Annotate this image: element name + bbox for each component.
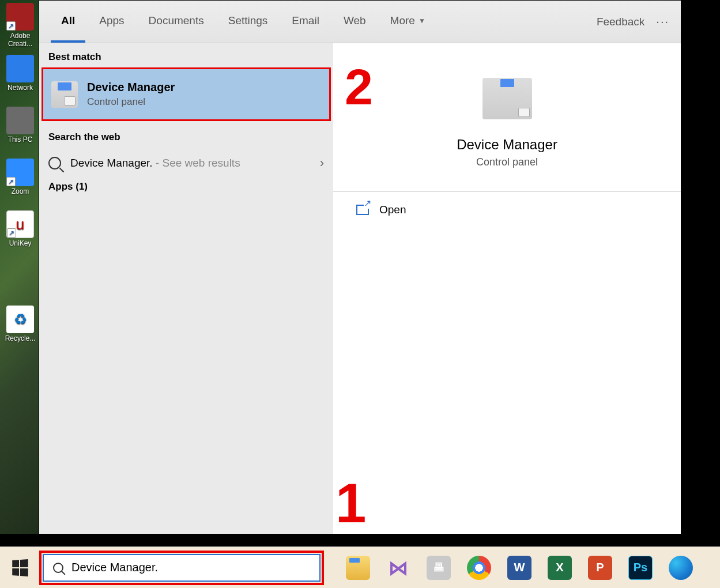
web-result-item[interactable]: Device Manager. - See web results › <box>39 148 333 179</box>
taskbar: ⋈ 🖶 W X P Ps <box>0 546 720 588</box>
search-box-highlight <box>39 551 324 585</box>
tab-email[interactable]: Email <box>281 1 330 43</box>
tab-label: Documents <box>149 14 204 27</box>
tab-label: More <box>390 14 415 27</box>
detail-column: Device Manager Control panel Open <box>333 43 681 534</box>
search-input[interactable] <box>71 561 310 574</box>
desktop-icon-thispc[interactable]: This PC <box>3 107 37 153</box>
tab-label: All <box>61 14 75 27</box>
detail-subtitle: Control panel <box>476 156 538 168</box>
chevron-right-icon[interactable]: › <box>320 156 324 171</box>
file-explorer-icon[interactable] <box>346 556 370 580</box>
shortcut-arrow-icon: ↗ <box>7 228 16 238</box>
desktop-icon-unikey[interactable]: u↗ UniKey <box>3 210 37 257</box>
desktop-icon-label: This PC <box>8 135 33 144</box>
unikey-icon: u↗ <box>6 210 34 238</box>
open-icon <box>356 205 369 215</box>
result-title: Device Manager <box>87 81 175 94</box>
tabs-left: All Apps Documents Settings Email Web Mo… <box>51 1 436 43</box>
taskbar-pinned-apps: ⋈ 🖶 W X P Ps <box>346 556 693 580</box>
windows-logo-icon <box>12 559 28 576</box>
chrome-icon[interactable] <box>467 556 491 580</box>
result-subtitle: Control panel <box>87 96 175 108</box>
visual-studio-icon[interactable]: ⋈ <box>386 556 410 580</box>
more-options-button[interactable]: ··· <box>656 15 669 28</box>
results-column: Best match Device Manager Control panel … <box>39 43 333 534</box>
desktop-icon-zoom[interactable]: ↗ Zoom <box>3 159 37 205</box>
search-icon <box>48 157 61 169</box>
filter-tabs: All Apps Documents Settings Email Web Mo… <box>39 1 681 43</box>
tab-apps[interactable]: Apps <box>89 1 134 43</box>
open-action[interactable]: Open <box>333 192 681 228</box>
detail-title: Device Manager <box>457 137 557 153</box>
desktop-icon-label: Recycle... <box>5 334 36 342</box>
tab-more[interactable]: More▼ <box>380 1 436 43</box>
desktop-icon-recycle[interactable]: ♻ Recycle... <box>3 306 37 352</box>
tab-all[interactable]: All <box>51 1 85 43</box>
tab-documents[interactable]: Documents <box>138 1 214 43</box>
tab-label: Settings <box>228 14 268 27</box>
tab-label: Apps <box>99 14 124 27</box>
tab-web[interactable]: Web <box>333 1 376 43</box>
annotation-2: 2 <box>345 58 373 116</box>
device-manager-icon-large <box>482 78 532 119</box>
zoom-icon: ↗ <box>6 159 34 186</box>
tabs-right: Feedback ··· <box>597 15 669 28</box>
desktop-icon-label: Adobe Creati... <box>8 32 32 48</box>
photoshop-icon[interactable]: Ps <box>628 556 653 580</box>
word-icon[interactable]: W <box>507 556 531 580</box>
adobe-icon: ↗ <box>6 3 34 31</box>
desktop-wallpaper: ↗ Adobe Creati... Network This PC ↗ Zoom… <box>0 0 40 534</box>
device-manager-icon <box>51 81 78 108</box>
desktop-icon-adobe[interactable]: ↗ Adobe Creati... <box>3 3 37 49</box>
desktop-icon-network[interactable]: Network <box>3 55 37 101</box>
open-label: Open <box>379 203 406 216</box>
recycle-bin-icon: ♻ <box>6 306 34 333</box>
search-icon <box>53 563 63 573</box>
printer-icon[interactable]: 🖶 <box>427 556 451 580</box>
excel-icon[interactable]: X <box>548 556 572 580</box>
network-icon <box>6 55 34 82</box>
shortcut-arrow-icon: ↗ <box>6 177 16 186</box>
annotation-1: 1 <box>336 472 366 535</box>
chevron-down-icon: ▼ <box>419 17 425 25</box>
web-result-text: Device Manager. - See web results <box>70 157 311 169</box>
shortcut-arrow-icon: ↗ <box>6 21 16 31</box>
web-query: Device Manager. <box>70 157 153 169</box>
search-web-label: Search the web <box>39 129 333 148</box>
result-text: Device Manager Control panel <box>87 81 175 108</box>
feedback-link[interactable]: Feedback <box>597 16 644 28</box>
apps-section-label: Apps (1) <box>39 179 333 197</box>
desktop-icon-label: UniKey <box>9 239 32 247</box>
powerpoint-icon[interactable]: P <box>588 556 612 580</box>
edge-icon[interactable] <box>669 556 693 580</box>
pc-icon <box>6 107 34 134</box>
device-manager-icon <box>482 78 532 119</box>
tab-label: Web <box>344 14 366 27</box>
web-hint: - See web results <box>153 157 240 169</box>
start-button[interactable] <box>3 552 36 584</box>
taskbar-search-box[interactable] <box>43 554 321 582</box>
panel-content: Best match Device Manager Control panel … <box>39 43 681 534</box>
best-match-label: Best match <box>39 49 333 67</box>
desktop-icon-label: Network <box>7 84 33 92</box>
desktop-icon-label: Zoom <box>12 187 29 195</box>
best-match-result[interactable]: Device Manager Control panel <box>42 67 331 121</box>
tab-label: Email <box>292 14 319 27</box>
tab-settings[interactable]: Settings <box>218 1 278 43</box>
